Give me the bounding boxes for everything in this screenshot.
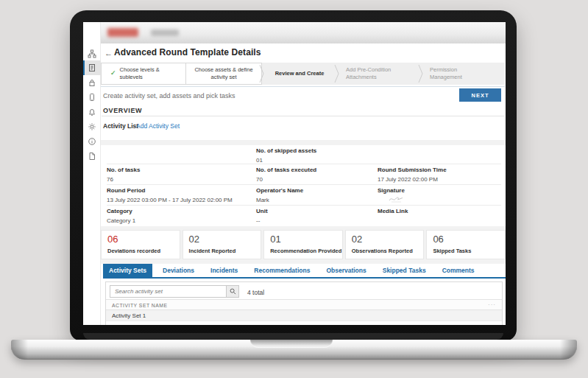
results-total: 4 total (247, 289, 264, 296)
activity-list-label: Activity List (103, 122, 138, 130)
stat-card-recommendations: 01 Recommendation Provided (263, 230, 343, 259)
field-operator-name: Operator's Name Mark (256, 187, 385, 203)
field-unit: Unit -- (256, 208, 385, 224)
step-chevron-icon (259, 64, 264, 83)
step-instruction-text: Create activity set, add assets and pick… (103, 92, 235, 99)
bell-icon[interactable] (88, 108, 96, 116)
laptop-notch (250, 340, 333, 348)
tab-deviations[interactable]: Deviations (157, 264, 200, 277)
section-separator (101, 140, 506, 145)
next-button[interactable]: NEXT (459, 88, 501, 102)
search-box (110, 285, 239, 298)
tab-recommendations[interactable]: Recommendations (248, 264, 316, 277)
stat-card-incidents: 02 Incident Reported (183, 230, 262, 259)
add-activity-set-link[interactable]: Add Activity Set (136, 122, 180, 130)
detail-tabs: Activity Sets Deviations Incidents Recom… (103, 264, 506, 277)
rounds-clipboard-icon[interactable] (88, 63, 96, 72)
search-input[interactable] (110, 286, 226, 297)
field-media-link: Media Link (378, 208, 506, 217)
step-review-create[interactable]: Review and Create (262, 63, 337, 85)
stat-card-deviations: 06 Deviations recorded (101, 230, 180, 259)
table-header-row: ACTIVITY SET NAME ··· (106, 299, 502, 310)
lock-icon[interactable] (88, 78, 96, 87)
table-row[interactable]: Activity Set 1 (106, 310, 502, 321)
search-icon (230, 288, 236, 295)
hierarchy-icon[interactable] (88, 49, 96, 58)
overview-divider (102, 116, 505, 116)
step-permission[interactable]: Permission Management (421, 63, 505, 85)
tab-incidents[interactable]: Incidents (205, 264, 244, 277)
column-header: ACTIVITY SET NAME (112, 303, 167, 308)
activity-sets-panel: 4 total ACTIVITY SET NAME ··· Activity S… (105, 281, 503, 325)
signature-scribble (388, 195, 407, 203)
stat-card-observations: 02 Observations Reported (345, 230, 425, 259)
table-row[interactable]: Activity Set 2 (106, 321, 502, 325)
stat-card-skipped-tasks: 06 Skipped Tasks (426, 230, 506, 259)
wizard-stepper: ✓ Choose levels & sublevels Choose asset… (101, 63, 505, 85)
field-row-divider (107, 205, 501, 206)
search-button[interactable] (226, 286, 238, 297)
laptop-hinge (83, 333, 503, 340)
field-round-period: Round Period 13 July 2022 03:00 PM - 17 … (107, 187, 254, 203)
field-submission-time: Round Submission Time 17 July 2022 02:00… (378, 167, 506, 183)
laptop-screen: ← Advanced Round Template Details ✓ Choo… (83, 22, 506, 325)
field-category: Category Category 1 (107, 208, 235, 224)
app-topbar (101, 22, 506, 43)
step-complete-check-icon: ✓ (110, 69, 116, 78)
tabs-underline (103, 277, 506, 279)
field-row-divider (107, 164, 501, 164)
overview-heading: OVERVIEW (103, 107, 142, 114)
field-signature: Signature (378, 187, 506, 203)
field-row-divider (107, 184, 501, 185)
field-no-of-tasks: No. of tasks 76 (107, 167, 235, 183)
back-arrow-icon[interactable]: ← (105, 49, 113, 57)
step-chevron-icon (334, 64, 339, 83)
info-icon[interactable] (88, 137, 96, 146)
step-choose-levels[interactable]: ✓ Choose levels & sublevels (101, 63, 186, 85)
field-skipped-assets: No. of skipped assets 01 (256, 147, 385, 164)
step-choose-assets[interactable]: Choose assets & define activity set (185, 63, 262, 85)
document-icon[interactable] (88, 152, 96, 161)
stepper-divider (101, 86, 505, 87)
page-title: Advanced Round Template Details (114, 47, 261, 57)
step-pre-condition[interactable]: Add Pre-Condition Attachments (337, 63, 421, 85)
left-nav-sidebar (83, 22, 101, 325)
brand-logo-blurred (107, 28, 138, 37)
summary-stats-row: 06 Deviations recorded 02 Incident Repor… (101, 230, 506, 259)
settings-gear-icon[interactable] (88, 122, 96, 131)
field-tasks-executed: No. of tasks executed 70 (256, 167, 385, 183)
step-chevron-icon (418, 64, 423, 83)
module-name-blurred (151, 29, 179, 36)
tab-skipped-tasks[interactable]: Skipped Tasks (377, 264, 432, 277)
tab-activity-sets[interactable]: Activity Sets (103, 264, 152, 277)
tab-comments[interactable]: Comments (436, 264, 481, 277)
tab-observations[interactable]: Observations (320, 264, 372, 277)
more-options-icon[interactable]: ··· (488, 301, 496, 308)
mobile-device-icon[interactable] (88, 93, 96, 102)
